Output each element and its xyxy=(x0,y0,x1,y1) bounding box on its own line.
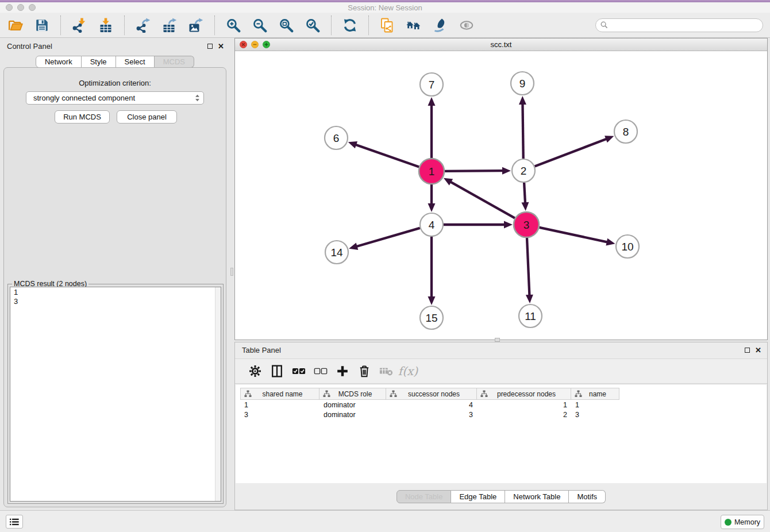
close-table-panel-icon[interactable]: ✕ xyxy=(755,348,761,353)
edge-1-6[interactable] xyxy=(348,141,419,167)
edge-4-15[interactable] xyxy=(428,237,436,305)
panel-divider-handle[interactable] xyxy=(230,268,233,276)
zoom-window-button[interactable] xyxy=(29,4,36,11)
edge-3-10[interactable] xyxy=(539,228,615,246)
toggle-panel-layout-button[interactable] xyxy=(268,363,286,380)
toolbar-separator xyxy=(331,16,332,35)
network-canvas[interactable]: 7968124314101511 xyxy=(235,51,767,340)
optimization-criterion-select[interactable]: strongly connected component xyxy=(26,91,204,105)
edge-2-9[interactable] xyxy=(519,96,526,159)
node-14[interactable]: 14 xyxy=(325,241,348,264)
export-table-button[interactable] xyxy=(161,17,178,33)
edge-4-14[interactable] xyxy=(349,228,420,250)
node-1[interactable]: 1 xyxy=(419,159,444,184)
edge-2-3[interactable] xyxy=(521,183,529,211)
apply-style-button[interactable] xyxy=(432,17,448,33)
edge-1-2[interactable] xyxy=(445,167,511,175)
network-window-titlebar[interactable]: scc.txt xyxy=(235,38,767,51)
zoom-selected-icon xyxy=(305,18,320,33)
node-15[interactable]: 15 xyxy=(420,306,443,329)
import-table-button[interactable] xyxy=(98,17,114,33)
tab-motifs[interactable]: Motifs xyxy=(569,490,606,503)
node-11[interactable]: 11 xyxy=(519,304,542,327)
save-session-button[interactable] xyxy=(34,17,50,33)
show-all-columns-button[interactable] xyxy=(290,363,307,380)
minimize-network-icon[interactable] xyxy=(251,41,259,48)
float-panel-icon[interactable] xyxy=(207,44,213,49)
node-label: 8 xyxy=(623,126,629,138)
search-box[interactable] xyxy=(595,18,763,32)
delete-table-button xyxy=(378,363,395,380)
close-panel-button[interactable]: Close panel xyxy=(117,110,177,124)
close-network-icon[interactable] xyxy=(240,41,247,48)
tab-node-table[interactable]: Node Table xyxy=(396,490,452,503)
import-network-button[interactable] xyxy=(71,17,87,33)
close-window-button[interactable] xyxy=(6,4,13,11)
mcds-result-list[interactable]: 13 xyxy=(10,287,221,502)
open-file-button[interactable] xyxy=(7,17,24,33)
column-header-successor-nodes[interactable]: successor nodes xyxy=(386,388,477,400)
close-panel-icon[interactable]: ✕ xyxy=(218,44,224,49)
delete-column-button[interactable] xyxy=(356,363,373,380)
tab-select[interactable]: Select xyxy=(116,56,155,68)
zoom-in-button[interactable] xyxy=(225,17,241,33)
export-network-button[interactable] xyxy=(135,17,151,33)
run-mcds-button[interactable]: Run MCDS xyxy=(55,110,110,124)
edge-3-11[interactable] xyxy=(526,238,533,303)
maximize-network-icon[interactable] xyxy=(263,41,270,48)
zoom-in-icon xyxy=(226,18,241,33)
arrowhead-icon xyxy=(348,141,357,148)
edge-1-7[interactable] xyxy=(428,97,436,158)
table-panel-title: Table Panel xyxy=(242,346,281,354)
export-image-button[interactable] xyxy=(188,17,204,33)
float-table-panel-icon[interactable] xyxy=(745,348,750,353)
table-row[interactable]: 1dominator411 xyxy=(240,400,619,410)
node-6[interactable]: 6 xyxy=(325,126,348,149)
refresh-icon xyxy=(342,18,357,33)
minimize-window-button[interactable] xyxy=(17,4,24,11)
arrowhead-icon xyxy=(504,221,513,229)
column-settings-button[interactable] xyxy=(247,363,264,380)
new-network-from-selection-button[interactable] xyxy=(379,17,395,33)
node-10[interactable]: 10 xyxy=(616,235,639,258)
table-cell: dominator xyxy=(319,411,386,419)
zoom-fit-button[interactable] xyxy=(278,17,294,33)
mcds-result-node: 1 xyxy=(14,288,217,297)
edge-1-4[interactable] xyxy=(428,184,436,212)
result-scrollbar[interactable] xyxy=(215,287,221,501)
arrowhead-icon xyxy=(502,167,511,175)
column-header-shared-name[interactable]: shared name xyxy=(240,388,319,400)
tab-style[interactable]: Style xyxy=(82,56,116,68)
first-neighbors-button[interactable] xyxy=(406,17,422,33)
edge-3-1[interactable] xyxy=(444,178,515,218)
node-9[interactable]: 9 xyxy=(511,72,534,95)
node-label: 3 xyxy=(523,219,530,231)
node-3[interactable]: 3 xyxy=(514,212,539,237)
node-8[interactable]: 8 xyxy=(614,120,637,143)
memory-button[interactable]: Memory xyxy=(721,515,764,529)
splitter-handle[interactable] xyxy=(495,338,500,342)
column-header-predecessor-nodes[interactable]: predecessor nodes xyxy=(477,388,571,400)
column-header-MCDS-role[interactable]: MCDS role xyxy=(319,388,386,400)
apply-layout-button[interactable] xyxy=(342,17,358,33)
search-input[interactable] xyxy=(611,21,758,29)
tab-network-table[interactable]: Network Table xyxy=(505,490,569,503)
add-column-button[interactable] xyxy=(334,363,351,380)
table-cell: 1 xyxy=(477,401,571,409)
tab-network[interactable]: Network xyxy=(36,56,82,68)
column-header-name[interactable]: name xyxy=(571,388,619,400)
table-cell: 1 xyxy=(240,401,319,409)
zoom-selected-button[interactable] xyxy=(305,17,321,33)
list-icon xyxy=(10,518,19,526)
node-4[interactable]: 4 xyxy=(420,213,443,236)
edge-2-8[interactable] xyxy=(535,136,614,166)
tab-mcds[interactable]: MCDS xyxy=(155,56,194,68)
zoom-out-button[interactable] xyxy=(252,17,268,33)
node-7[interactable]: 7 xyxy=(420,73,443,96)
hide-all-columns-button[interactable] xyxy=(312,363,329,380)
node-2[interactable]: 2 xyxy=(512,159,535,182)
table-row[interactable]: 3dominator323 xyxy=(240,410,619,419)
task-history-button[interactable] xyxy=(6,515,23,529)
edge-4-3[interactable] xyxy=(444,221,513,229)
tab-edge-table[interactable]: Edge Table xyxy=(451,490,505,503)
